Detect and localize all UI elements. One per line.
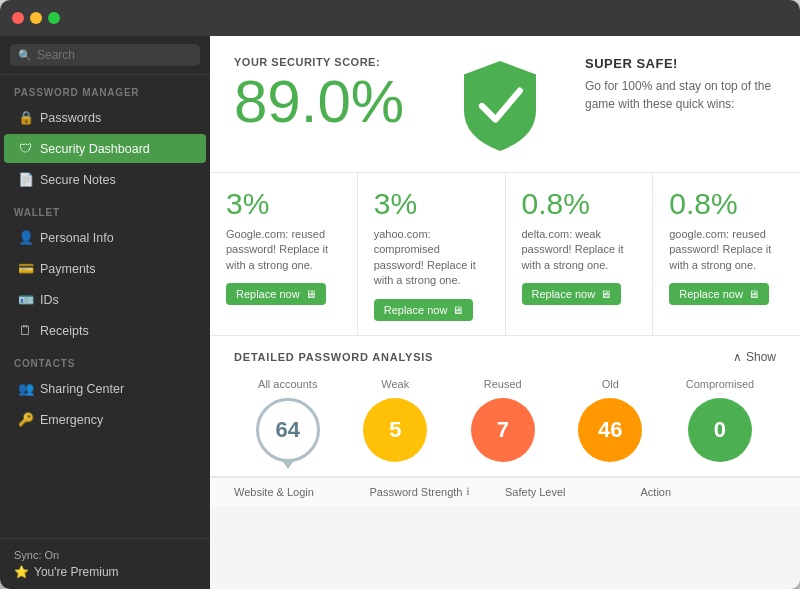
safe-description: Go for 100% and stay on top of the game … xyxy=(585,77,776,113)
sidebar-item-label: Personal Info xyxy=(40,231,114,245)
sidebar-item-emergency[interactable]: 🔑 Emergency xyxy=(4,405,206,434)
search-wrap[interactable]: 🔍 xyxy=(10,44,200,66)
safe-title: SUPER SAFE! xyxy=(585,56,776,71)
minimize-button[interactable] xyxy=(30,12,42,24)
top-section: YOUR SECURITY SCORE: 89.0% SUPER SAFE! G… xyxy=(210,36,800,173)
app-window: 🔍 PASSWORD MANAGER 🔒 Passwords 🛡 Securit… xyxy=(0,0,800,589)
sidebar-item-secure-notes[interactable]: 📄 Secure Notes xyxy=(4,165,206,194)
shield-icon: 🛡 xyxy=(18,141,32,156)
sidebar-item-ids[interactable]: 🪪 IDs xyxy=(4,285,206,314)
shield-area xyxy=(445,56,555,156)
monitor-icon-1: 🖥 xyxy=(452,304,463,316)
circle-item-weak: Weak 5 xyxy=(363,378,427,462)
section-label-password-manager: PASSWORD MANAGER xyxy=(0,75,210,102)
circle-item-all: All accounts 64 xyxy=(256,378,320,462)
score-value: 89.0% xyxy=(234,72,425,132)
sidebar-item-label: Secure Notes xyxy=(40,173,116,187)
circle-label-compromised: Compromised xyxy=(686,378,754,390)
replace-button-0[interactable]: Replace now 🖥 xyxy=(226,283,326,305)
search-input[interactable] xyxy=(37,48,192,62)
sidebar-item-payments[interactable]: 💳 Payments xyxy=(4,254,206,283)
card-desc-0: Google.com: reused password! Replace it … xyxy=(226,227,341,273)
circle-item-reused: Reused 7 xyxy=(471,378,535,462)
replace-button-3[interactable]: Replace now 🖥 xyxy=(669,283,769,305)
note-icon: 📄 xyxy=(18,172,32,187)
card-pct-2: 0.8% xyxy=(522,187,637,221)
circle-label-reused: Reused xyxy=(484,378,522,390)
sidebar-item-receipts[interactable]: 🗒 Receipts xyxy=(4,316,206,345)
safe-area: SUPER SAFE! Go for 100% and stay on top … xyxy=(575,56,776,156)
monitor-icon-2: 🖥 xyxy=(600,288,611,300)
sidebar-item-personal-info[interactable]: 👤 Personal Info xyxy=(4,223,206,252)
circle-label-weak: Weak xyxy=(381,378,409,390)
person-icon: 👤 xyxy=(18,230,32,245)
card-0: 3% Google.com: reused password! Replace … xyxy=(210,173,358,335)
circle-label-old: Old xyxy=(602,378,619,390)
analysis-header: DETAILED PASSWORD ANALYSIS ∧ Show xyxy=(234,350,776,364)
chevron-up-icon: ∧ xyxy=(733,350,742,364)
card-desc-1: yahoo.com: compromised password! Replace… xyxy=(374,227,489,289)
sidebar-item-label: Receipts xyxy=(40,324,89,338)
bottom-col-1: Password Strength ℹ xyxy=(370,486,506,498)
card-pct-1: 3% xyxy=(374,187,489,221)
card-pct-3: 0.8% xyxy=(669,187,784,221)
circle-old: 46 xyxy=(578,398,642,462)
circle-all: 64 xyxy=(256,398,320,462)
circle-compromised: 0 xyxy=(688,398,752,462)
main-content: YOUR SECURITY SCORE: 89.0% SUPER SAFE! G… xyxy=(210,36,800,589)
score-area: YOUR SECURITY SCORE: 89.0% xyxy=(234,56,425,156)
sidebar: 🔍 PASSWORD MANAGER 🔒 Passwords 🛡 Securit… xyxy=(0,36,210,589)
circle-label-all: All accounts xyxy=(258,378,317,390)
sidebar-item-label: Passwords xyxy=(40,111,101,125)
card-icon: 💳 xyxy=(18,261,32,276)
search-icon: 🔍 xyxy=(18,49,32,62)
monitor-icon-3: 🖥 xyxy=(748,288,759,300)
card-desc-3: google.com: reused password! Replace it … xyxy=(669,227,784,273)
show-button[interactable]: ∧ Show xyxy=(733,350,776,364)
receipt-icon: 🗒 xyxy=(18,323,32,338)
replace-button-2[interactable]: Replace now 🖥 xyxy=(522,283,622,305)
score-label: YOUR SECURITY SCORE: xyxy=(234,56,425,68)
search-bar: 🔍 xyxy=(0,36,210,75)
circle-weak: 5 xyxy=(363,398,427,462)
lock-icon: 🔒 xyxy=(18,110,32,125)
card-1: 3% yahoo.com: compromised password! Repl… xyxy=(358,173,506,335)
sidebar-item-passwords[interactable]: 🔒 Passwords xyxy=(4,103,206,132)
sidebar-item-label: Sharing Center xyxy=(40,382,124,396)
titlebar xyxy=(0,0,800,36)
circle-reused: 7 xyxy=(471,398,535,462)
premium-label: ⭐ You're Premium xyxy=(14,565,196,579)
sidebar-item-label: Emergency xyxy=(40,413,103,427)
sidebar-item-security-dashboard[interactable]: 🛡 Security Dashboard xyxy=(4,134,206,163)
circles-row: All accounts 64 Weak 5 Reused xyxy=(234,378,776,462)
close-button[interactable] xyxy=(12,12,24,24)
analysis-title: DETAILED PASSWORD ANALYSIS xyxy=(234,351,433,363)
emergency-icon: 🔑 xyxy=(18,412,32,427)
sidebar-item-label: IDs xyxy=(40,293,59,307)
app-body: 🔍 PASSWORD MANAGER 🔒 Passwords 🛡 Securit… xyxy=(0,36,800,589)
star-icon: ⭐ xyxy=(14,565,29,579)
traffic-lights xyxy=(12,12,60,24)
bottom-col-3: Action xyxy=(641,486,777,498)
cards-section: 3% Google.com: reused password! Replace … xyxy=(210,173,800,336)
sidebar-bottom: Sync: On ⭐ You're Premium xyxy=(0,538,210,589)
circle-item-compromised: Compromised 0 xyxy=(686,378,754,462)
id-icon: 🪪 xyxy=(18,292,32,307)
card-2: 0.8% delta.com: weak password! Replace i… xyxy=(506,173,654,335)
group-icon: 👥 xyxy=(18,381,32,396)
sidebar-item-sharing-center[interactable]: 👥 Sharing Center xyxy=(4,374,206,403)
section-label-contacts: CONTACTS xyxy=(0,346,210,373)
bottom-col-0: Website & Login xyxy=(234,486,370,498)
monitor-icon-0: 🖥 xyxy=(305,288,316,300)
sync-status: Sync: On xyxy=(14,549,196,561)
bottom-bar: Website & Login Password Strength ℹ Safe… xyxy=(210,477,800,506)
maximize-button[interactable] xyxy=(48,12,60,24)
info-icon: ℹ xyxy=(466,486,470,497)
replace-button-1[interactable]: Replace now 🖥 xyxy=(374,299,474,321)
sidebar-item-label: Payments xyxy=(40,262,96,276)
shield-graphic xyxy=(455,56,545,156)
bottom-col-2: Safety Level xyxy=(505,486,641,498)
section-label-wallet: WALLET xyxy=(0,195,210,222)
circle-item-old: Old 46 xyxy=(578,378,642,462)
analysis-section: DETAILED PASSWORD ANALYSIS ∧ Show All ac… xyxy=(210,336,800,477)
